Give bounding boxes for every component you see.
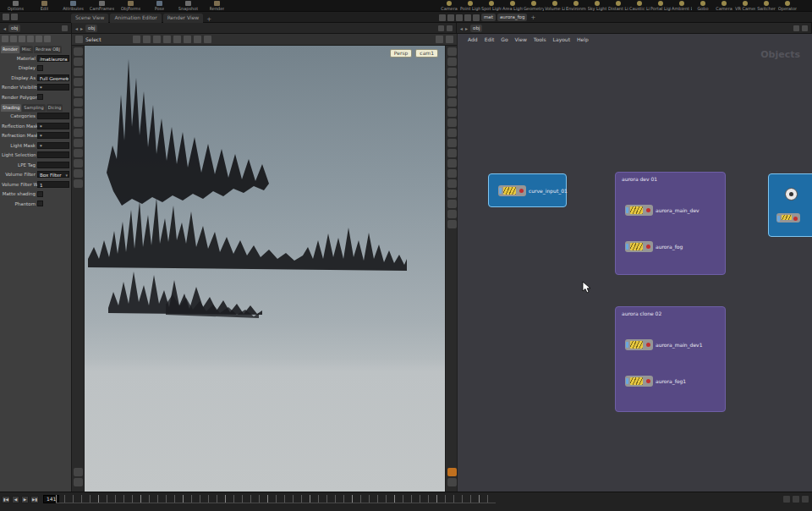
camera-node-icon[interactable] — [785, 188, 798, 201]
lasso-select-icon[interactable] — [143, 36, 151, 43]
portal-light-shelf-tool[interactable]: Portal Light — [650, 0, 671, 12]
pin-pane-icon[interactable] — [438, 25, 444, 31]
sampling-section-tab[interactable]: Sampling — [22, 104, 45, 112]
switcher-shelf-tool[interactable]: Switcher — [756, 0, 776, 12]
back-arrow-icon[interactable]: ◂ — [3, 25, 6, 31]
curve-input-node[interactable]: curve_input_01 — [488, 173, 567, 207]
display-as-param-control[interactable]: Full Geometry — [37, 74, 69, 81]
aurora-main-dev1-node-icon[interactable] — [625, 339, 653, 350]
path-segment-mat[interactable]: mat — [481, 14, 496, 21]
timeline-ruler[interactable] — [56, 495, 496, 503]
material-param-control[interactable]: /mat/aurora_1 — [37, 55, 69, 62]
persp-badge[interactable]: Persp — [390, 49, 413, 58]
display-sync-icon[interactable] — [74, 478, 83, 486]
node-row[interactable]: aurora_fog — [625, 241, 683, 252]
gear-icon[interactable] — [36, 36, 42, 42]
spot-light-shelf-tool[interactable]: Spot Light — [481, 0, 502, 12]
light-selection-param-control[interactable] — [37, 151, 69, 158]
desktop-menu-icon[interactable] — [11, 14, 18, 20]
background-toggle-icon[interactable] — [447, 129, 457, 137]
node-row[interactable]: curve_input_01 — [498, 185, 568, 196]
render-polygons-param-control[interactable] — [37, 94, 43, 100]
snapshot-shelf-tool[interactable]: Snapshot — [174, 0, 202, 12]
edit-shelf-tool[interactable]: Edit — [30, 0, 58, 12]
houdini-logo-icon[interactable] — [3, 14, 9, 20]
objforms-shelf-tool[interactable]: ObjForms — [117, 0, 145, 12]
viewport-path-chip[interactable]: obj — [85, 25, 97, 32]
realtime-toggle-icon[interactable] — [802, 496, 809, 503]
netbox-title[interactable]: aurora dev 01 — [616, 173, 725, 182]
caustic-light-shelf-tool[interactable]: Caustic Light — [629, 0, 650, 12]
light-mask-param-control[interactable]: * — [37, 142, 69, 149]
shadow-toggle-icon[interactable] — [447, 149, 457, 157]
help-icon[interactable] — [44, 36, 51, 42]
viewport-layout-icon[interactable] — [447, 478, 457, 486]
tab-animation-editor[interactable]: Animation Editor — [110, 14, 161, 23]
tools-menu[interactable]: Tools — [534, 36, 546, 42]
points-display-icon[interactable] — [447, 88, 457, 96]
sculpt-tool-icon[interactable] — [74, 169, 83, 178]
viewport-options-icon[interactable] — [446, 36, 453, 43]
construction-plane-icon[interactable] — [194, 36, 201, 43]
camera-tool-icon[interactable] — [74, 149, 83, 157]
select-mode-icon[interactable] — [133, 36, 140, 43]
volume-filter-width-param-control[interactable]: 1 — [37, 181, 69, 188]
view-tool-icon[interactable] — [74, 47, 83, 56]
point-light-shelf-tool[interactable]: Point Light — [460, 0, 480, 12]
redraw-obj-param-tab[interactable]: Redraw OBJ — [34, 46, 62, 53]
playback-options-icon[interactable] — [783, 496, 790, 503]
handles-tool-icon[interactable] — [74, 108, 83, 117]
camera-shelf-tool[interactable]: Camera — [439, 0, 459, 12]
snap-grid-icon[interactable] — [173, 36, 181, 43]
snapshot-compare-icon[interactable] — [447, 220, 457, 228]
rotate-tool-icon[interactable] — [74, 78, 83, 86]
add-tab-button[interactable]: + — [205, 16, 213, 23]
dicing-section-tab[interactable]: Dicing — [47, 104, 63, 112]
pin-pane-icon[interactable] — [62, 25, 68, 31]
material-tool-icon[interactable] — [74, 159, 83, 168]
operator-shelf-tool[interactable]: Operator — [777, 0, 798, 12]
phantom-param-control[interactable] — [37, 201, 43, 206]
view-menu[interactable]: View — [515, 36, 527, 42]
play-button[interactable]: ▶ — [21, 496, 29, 503]
edit-menu[interactable]: Edit — [485, 36, 495, 42]
field-guide-icon[interactable] — [447, 200, 457, 208]
jump-start-button[interactable]: ▮◀ — [2, 496, 10, 503]
wireframe-display-icon[interactable] — [447, 68, 457, 76]
brush-select-icon[interactable] — [153, 36, 161, 43]
display-param-control[interactable] — [37, 65, 43, 71]
back-arrow-icon[interactable]: ◂ — [75, 25, 78, 31]
ambient-light-shelf-tool[interactable]: Ambient Light — [672, 0, 692, 12]
light-tool-icon[interactable] — [74, 139, 83, 147]
link-icon[interactable] — [473, 14, 480, 21]
vr-camera-shelf-tool[interactable]: VR Camera — [735, 0, 755, 12]
node-row[interactable]: aurora_fog1 — [625, 376, 686, 387]
aurora-fog1-node-icon[interactable] — [625, 376, 653, 387]
network-path-chip[interactable]: obj — [470, 25, 482, 32]
volume-light-shelf-tool[interactable]: Volume Light — [545, 0, 565, 12]
quickplane-icon[interactable] — [204, 36, 211, 43]
mirror-tool-icon[interactable] — [74, 179, 83, 188]
pin-icon[interactable] — [439, 14, 446, 21]
viewport-canvas[interactable]: Persp cam1 — [85, 46, 445, 492]
add-menu[interactable]: Add — [468, 36, 478, 42]
select-tool-icon[interactable] — [74, 58, 83, 66]
render-param-tab[interactable]: Render — [1, 46, 19, 53]
tab-scene-view[interactable]: Scene View — [71, 14, 108, 23]
netbox-aurora-dev[interactable]: aurora dev 01 aurora_main_dev aurora_fog — [615, 172, 726, 275]
refraction-mask-param-control[interactable]: * — [37, 132, 69, 139]
camera-view-icon[interactable] — [436, 36, 443, 43]
back-arrow-icon[interactable] — [10, 36, 17, 42]
safe-area-icon[interactable] — [447, 190, 457, 198]
add-path-tab-button[interactable]: + — [529, 14, 537, 21]
normals-display-icon[interactable] — [447, 98, 457, 107]
fog-toggle-icon[interactable] — [447, 169, 457, 178]
snap-tool-icon[interactable] — [74, 118, 83, 127]
area-select-icon[interactable] — [163, 36, 171, 43]
translate-tool-icon[interactable] — [74, 68, 83, 76]
pane-menu-icon[interactable] — [802, 25, 808, 31]
split-icon[interactable] — [456, 14, 463, 21]
help-menu[interactable]: Help — [577, 36, 589, 42]
geometry-light-shelf-tool[interactable]: Geometry Light — [524, 0, 544, 12]
display-options-icon[interactable] — [447, 468, 457, 476]
